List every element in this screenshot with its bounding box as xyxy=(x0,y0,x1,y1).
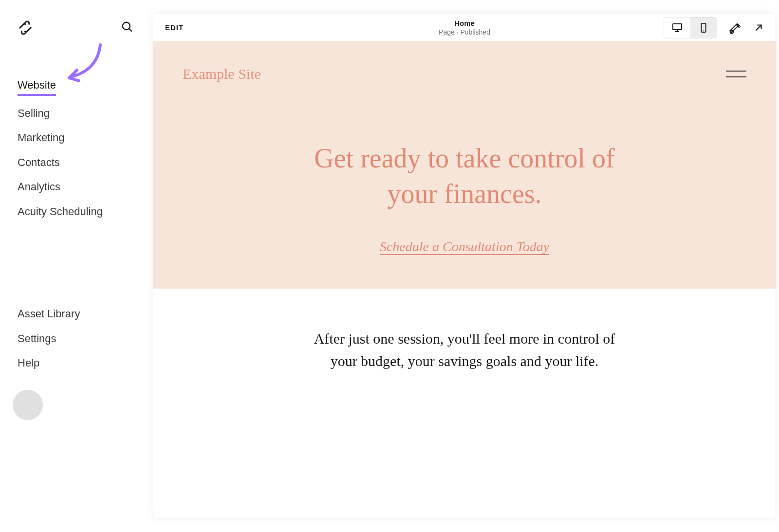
preview-hero-heading: Get ready to take control of your financ… xyxy=(294,141,635,212)
secondary-nav: Asset Library Settings Help xyxy=(0,307,153,370)
arrow-expand-icon xyxy=(753,22,764,33)
preview-topbar: EDIT Home Page · Published xyxy=(153,14,776,41)
page-title: Home xyxy=(439,19,490,27)
user-avatar[interactable] xyxy=(13,390,43,420)
svg-line-7 xyxy=(756,25,761,30)
hamburger-line-icon xyxy=(726,71,746,72)
desktop-view-button[interactable] xyxy=(664,18,690,38)
nav-item-selling[interactable]: Selling xyxy=(18,107,135,121)
preview-site-header: Example Site xyxy=(183,66,746,82)
nav-item-website[interactable]: Website xyxy=(18,78,56,96)
preview-canvas: EDIT Home Page · Published xyxy=(153,14,776,518)
preview-hero-cta-link[interactable]: Schedule a Consultation Today xyxy=(183,239,746,255)
preview-site-title[interactable]: Example Site xyxy=(183,66,261,82)
preview-body-copy: After just one session, you'll feel more… xyxy=(314,328,615,373)
sidebar-header xyxy=(0,18,153,37)
squarespace-logo-icon[interactable] xyxy=(18,20,33,36)
nav-item-analytics[interactable]: Analytics xyxy=(18,180,135,194)
mobile-view-button[interactable] xyxy=(690,18,717,38)
desktop-icon xyxy=(671,22,683,34)
nav-item-contacts[interactable]: Contacts xyxy=(18,156,135,170)
search-icon xyxy=(121,20,133,33)
styles-paintbrush-button[interactable] xyxy=(729,21,742,34)
svg-rect-2 xyxy=(673,24,682,30)
paintbrush-icon xyxy=(729,21,742,34)
nav-item-acuity[interactable]: Acuity Scheduling xyxy=(18,205,135,219)
nav-item-asset-library[interactable]: Asset Library xyxy=(18,307,135,321)
main: EDIT Home Page · Published xyxy=(153,0,779,532)
hamburger-line-icon xyxy=(726,76,746,77)
site-preview: Example Site Get ready to take control o… xyxy=(153,41,776,518)
svg-point-0 xyxy=(123,22,130,30)
preview-hamburger-menu[interactable] xyxy=(726,71,746,77)
preview-hero-section: Example Site Get ready to take control o… xyxy=(153,41,776,289)
nav-item-marketing[interactable]: Marketing xyxy=(18,131,135,145)
page-subtitle: Page · Published xyxy=(439,28,490,36)
mobile-icon xyxy=(698,22,709,33)
search-button[interactable] xyxy=(119,18,135,37)
device-toggle xyxy=(664,17,717,38)
nav-item-help[interactable]: Help xyxy=(18,356,135,370)
expand-arrow-button[interactable] xyxy=(753,22,764,33)
svg-line-1 xyxy=(129,29,132,32)
primary-nav: Website Selling Marketing Contacts Analy… xyxy=(0,78,153,219)
topbar-actions xyxy=(664,17,764,38)
nav-item-settings[interactable]: Settings xyxy=(18,332,135,346)
preview-body-section: After just one session, you'll feel more… xyxy=(153,289,776,392)
page-title-group: Home Page · Published xyxy=(439,19,490,36)
edit-button[interactable]: EDIT xyxy=(165,23,184,32)
sidebar: Website Selling Marketing Contacts Analy… xyxy=(0,0,153,532)
